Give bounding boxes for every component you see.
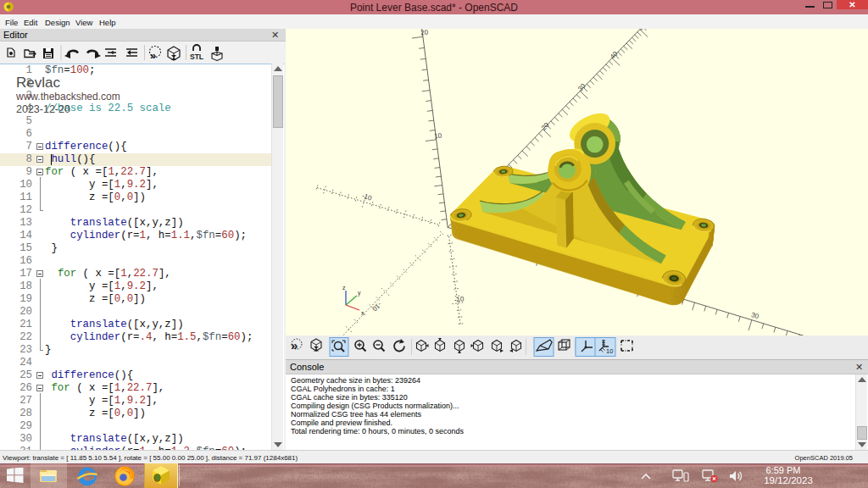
- svg-text:STL: STL: [190, 53, 203, 61]
- svg-text:10: 10: [434, 131, 442, 140]
- svg-text:20: 20: [420, 29, 429, 37]
- svg-text:x: x: [361, 310, 364, 316]
- svg-text:y: y: [358, 290, 361, 297]
- svg-text:10: 10: [606, 347, 613, 355]
- svg-text:-10: -10: [453, 295, 465, 303]
- svg-text:»: »: [291, 338, 298, 352]
- svg-text:z: z: [342, 285, 346, 291]
- svg-text:»: »: [150, 49, 156, 62]
